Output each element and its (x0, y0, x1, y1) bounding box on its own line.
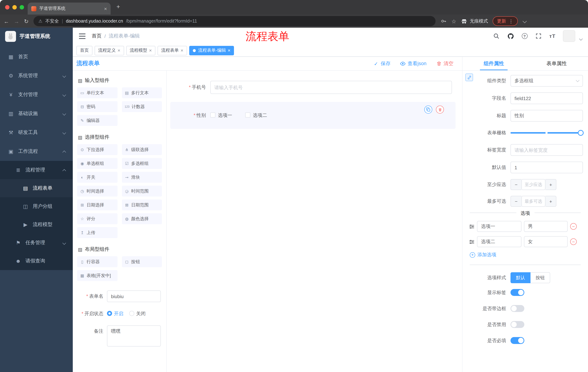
component-item-editor[interactable]: ✎编辑器 (77, 115, 117, 126)
phone-field-row[interactable]: 手机号 (170, 81, 462, 94)
component-item-slider[interactable]: ⊸滑块 (122, 172, 162, 183)
decrement-button[interactable]: − (511, 179, 521, 190)
close-icon[interactable]: × (149, 48, 152, 53)
component-item-select[interactable]: ⊙下拉选择 (77, 144, 117, 155)
window-zoom-button[interactable] (20, 5, 24, 10)
tag-process-definition[interactable]: 流程定义 × (94, 46, 124, 55)
link-icon[interactable] (465, 74, 473, 81)
browser-update-button[interactable]: 更新 ⋮ (493, 16, 518, 26)
tab-component-properties[interactable]: 组件属性 (462, 57, 525, 70)
help-icon[interactable]: ? (522, 33, 527, 39)
border-toggle[interactable] (511, 305, 524, 312)
component-item-rate[interactable]: ☆评分 (77, 213, 117, 224)
close-icon[interactable]: × (117, 48, 120, 53)
style-default-button[interactable]: 默认 (511, 272, 531, 283)
component-item-cascader[interactable]: ⋔级联选择 (122, 144, 162, 155)
required-toggle[interactable] (511, 337, 524, 344)
increment-button[interactable]: + (546, 196, 556, 207)
tag-process-form-edit[interactable]: 流程表单-编辑 × (189, 46, 234, 55)
sidebar-item-process-model[interactable]: ▶ 流程模型 (0, 215, 73, 234)
view-json-button[interactable]: 查看json (400, 60, 426, 67)
reload-button[interactable]: ↻ (24, 18, 29, 24)
component-item-single-text[interactable]: ▭单行文本 (77, 87, 117, 98)
gender-widget-selected[interactable]: 性别 选项一 选项二 (170, 102, 456, 129)
option-value-input[interactable] (524, 236, 568, 247)
component-item-date-range[interactable]: ⊠日期范围 (122, 200, 162, 210)
fullscreen-icon[interactable] (535, 32, 542, 40)
form-name-input[interactable] (107, 290, 161, 302)
delete-widget-button[interactable] (436, 106, 444, 114)
component-item-table[interactable]: ▦表格[开发中] (77, 270, 117, 281)
component-item-radio-group[interactable]: ◉单选框组 (77, 158, 117, 169)
form-remark-textarea[interactable]: 嘿嘿 (107, 325, 161, 347)
save-button[interactable]: ✓ 保存 (373, 60, 390, 67)
title-input[interactable] (511, 110, 583, 122)
component-item-button[interactable]: ◻按钮 (122, 256, 162, 267)
component-item-password[interactable]: ⊟密码 (77, 101, 117, 112)
component-item-counter[interactable]: 123计数器 (122, 101, 162, 112)
drag-handle-icon[interactable] (469, 224, 474, 229)
remove-option-button[interactable]: − (570, 223, 577, 230)
form-grid-slider[interactable] (511, 128, 583, 138)
tab-form-properties[interactable]: 表单属性 (525, 57, 588, 70)
label-width-input[interactable] (511, 144, 583, 156)
style-button-button[interactable]: 按钮 (531, 272, 550, 283)
sidebar-item-infrastructure[interactable]: ▥ 基础设施 (0, 104, 73, 123)
min-select-input[interactable] (521, 179, 546, 190)
component-item-upload[interactable]: ↥上传 (77, 227, 117, 238)
decrement-button[interactable]: − (511, 196, 521, 207)
remove-option-button[interactable]: − (570, 238, 577, 245)
sidebar-item-leave-query[interactable]: ☻ 请假查询 (0, 252, 73, 270)
radio-off[interactable]: 关闭 (129, 308, 146, 319)
component-item-time-picker[interactable]: ◷时间选择 (77, 186, 117, 197)
drag-handle-icon[interactable] (469, 239, 474, 244)
component-item-row-container[interactable]: ▯行容器 (77, 256, 117, 267)
option-value-input[interactable] (524, 221, 568, 232)
tag-process-form[interactable]: 流程表单 × (158, 46, 187, 55)
sidebar-item-task-management[interactable]: ⚑ 任务管理 (0, 234, 73, 252)
field-name-input[interactable] (511, 93, 583, 104)
radio-on[interactable]: 开启 (107, 308, 123, 319)
sidebar-item-dev-tools[interactable]: ⚒ 研发工具 (0, 123, 73, 142)
window-close-button[interactable] (5, 5, 10, 10)
slider-handle[interactable] (578, 130, 584, 136)
hamburger-icon[interactable] (79, 32, 86, 40)
sidebar-item-process-form[interactable]: ▤ 流程表单 (0, 179, 73, 197)
breadcrumb-home[interactable]: 首页 (92, 33, 102, 39)
password-key-icon[interactable] (440, 18, 447, 24)
max-select-input[interactable] (521, 196, 546, 207)
clear-button[interactable]: 清空 (436, 60, 453, 67)
sidebar-item-workflow[interactable]: ▣ 工作流程 (0, 142, 73, 161)
back-button[interactable]: ← (4, 18, 9, 24)
phone-input[interactable] (210, 81, 452, 94)
sidebar-item-system-management[interactable]: ⚙ 系统管理 (0, 66, 73, 85)
new-tab-button[interactable]: + (116, 3, 120, 11)
browser-tab[interactable]: 芋道管理系统 × (28, 2, 111, 15)
sidebar-item-payment-management[interactable]: ¥ 支付管理 (0, 85, 73, 104)
component-item-multi-text[interactable]: ▤多行文本 (122, 87, 162, 98)
default-value-input[interactable] (511, 162, 583, 173)
sidebar-item-process-management[interactable]: ≣ 流程管理 (0, 161, 73, 179)
option-label-input[interactable] (477, 236, 521, 247)
component-item-switch[interactable]: ◐开关 (77, 172, 117, 183)
add-option-button[interactable]: + 添加选项 (470, 252, 583, 258)
github-icon[interactable] (507, 32, 514, 40)
tag-process-model[interactable]: 流程模型 × (126, 46, 155, 55)
component-item-time-range[interactable]: ◶时间范围 (122, 186, 162, 197)
font-size-icon[interactable]: тT (549, 33, 556, 39)
forward-button[interactable]: → (14, 18, 19, 24)
sidebar-item-home[interactable]: ▦ 首页 (0, 47, 73, 66)
search-icon[interactable] (493, 32, 500, 40)
component-item-color-picker[interactable]: ◍颜色选择 (122, 213, 162, 224)
checkbox-option-one[interactable]: 选项一 (210, 112, 232, 119)
close-icon[interactable]: × (228, 48, 231, 53)
increment-button[interactable]: + (546, 179, 556, 190)
checkbox-option-two[interactable]: 选项二 (245, 112, 267, 119)
component-item-checkbox-group[interactable]: ☑多选框组 (122, 158, 162, 169)
close-icon[interactable]: × (180, 48, 183, 53)
sidebar-item-user-group[interactable]: ◫ 用户分组 (0, 197, 73, 215)
component-type-select[interactable]: 多选框组 (511, 75, 583, 87)
tab-close-icon[interactable]: × (104, 6, 107, 11)
window-minimize-button[interactable] (12, 5, 17, 10)
component-item-date-picker[interactable]: ⊞日期选择 (77, 200, 117, 210)
